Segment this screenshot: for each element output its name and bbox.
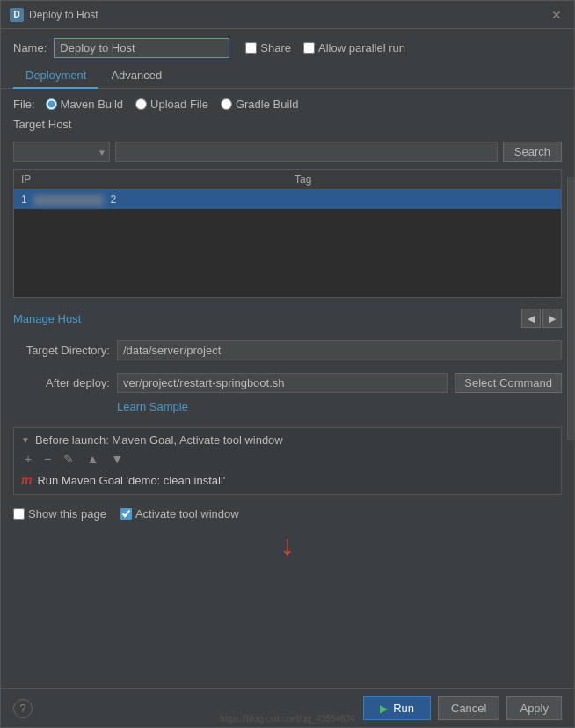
file-label: File: xyxy=(13,98,35,111)
host-input[interactable] xyxy=(115,142,498,162)
nav-left-button[interactable]: ◀ xyxy=(521,309,541,328)
bottom-left: ? xyxy=(13,699,33,718)
target-directory-input[interactable] xyxy=(117,340,562,360)
nav-right-button[interactable]: ▶ xyxy=(542,309,562,328)
cancel-button[interactable]: Cancel xyxy=(438,696,499,720)
after-deploy-row: After deploy: Select Command xyxy=(13,373,562,393)
select-command-button[interactable]: Select Command xyxy=(455,373,562,393)
upload-file-radio[interactable] xyxy=(135,98,147,110)
gradle-build-radio-label[interactable]: Gradle Build xyxy=(221,98,299,111)
maven-build-radio-label[interactable]: Maven Build xyxy=(46,98,124,111)
title-bar-left: D Deploy to Host xyxy=(10,8,98,22)
upload-file-label: Upload File xyxy=(150,98,208,111)
apply-button[interactable]: Apply xyxy=(506,696,562,720)
run-button[interactable]: ▶ Run xyxy=(363,696,431,720)
share-label: Share xyxy=(260,41,291,55)
activate-window-label: Activate tool window xyxy=(135,507,239,521)
host-table-header: IP Tag xyxy=(14,170,561,190)
tab-deployment[interactable]: Deployment xyxy=(13,63,98,89)
before-launch-toolbar: + − ✎ ▲ ▼ xyxy=(21,450,554,468)
maven-build-radio[interactable] xyxy=(46,98,57,110)
checkbox-group: Share Allow parallel run xyxy=(245,41,405,55)
show-page-checkbox-label[interactable]: Show this page xyxy=(13,507,106,521)
title-bar: D Deploy to Host ✕ xyxy=(1,1,574,29)
deploy-icon: D xyxy=(10,8,24,22)
host-dropdown[interactable] xyxy=(13,142,110,162)
maven-build-label: Maven Build xyxy=(61,98,124,111)
watermark: https://blog.csdn.net/qq_43554604 xyxy=(220,714,354,724)
move-down-button[interactable]: ▼ xyxy=(107,450,127,468)
triangle-icon: ▼ xyxy=(21,435,30,445)
table-spacer xyxy=(14,209,561,297)
ip-blur xyxy=(33,195,104,206)
arrow-annotation: ↓ xyxy=(13,531,562,559)
gradle-build-radio[interactable] xyxy=(221,98,232,110)
allow-parallel-checkbox[interactable] xyxy=(303,42,315,54)
remove-button[interactable]: − xyxy=(40,450,55,468)
activate-window-checkbox-label[interactable]: Activate tool window xyxy=(120,507,239,521)
window-title: Deploy to Host xyxy=(29,9,98,21)
share-checkbox-label[interactable]: Share xyxy=(245,41,291,55)
name-input[interactable] xyxy=(54,38,229,58)
search-button[interactable]: Search xyxy=(503,142,562,162)
move-up-button[interactable]: ▲ xyxy=(83,450,102,468)
nav-arrows: ◀ ▶ xyxy=(521,309,562,328)
dialog-window: D Deploy to Host ✕ Name: Share Allow par… xyxy=(0,0,575,728)
before-launch-section: ▼ Before launch: Maven Goal, Activate to… xyxy=(13,427,562,495)
close-button[interactable]: ✕ xyxy=(548,6,565,24)
upload-file-radio-label[interactable]: Upload File xyxy=(135,98,208,111)
allow-parallel-label: Allow parallel run xyxy=(318,41,405,55)
target-directory-label: Target Directory: xyxy=(13,344,110,357)
bottom-right: ▶ Run Cancel Apply xyxy=(363,696,562,720)
tab-advanced[interactable]: Advanced xyxy=(98,63,174,89)
target-directory-row: Target Directory: xyxy=(13,340,562,360)
show-page-checkbox[interactable] xyxy=(13,508,25,520)
before-launch-title: Before launch: Maven Goal, Activate tool… xyxy=(35,433,283,447)
show-page-label: Show this page xyxy=(28,507,106,521)
target-host-row: ▼ Search xyxy=(13,142,562,162)
name-row: Name: Share Allow parallel run xyxy=(1,29,574,63)
name-label: Name: xyxy=(13,41,47,55)
tag-cell xyxy=(288,196,561,203)
edit-button[interactable]: ✎ xyxy=(60,450,77,468)
ip-cell: 1 2 xyxy=(14,190,288,209)
maven-row: m Run Maven Goal 'demo: clean install' xyxy=(21,471,554,489)
main-content: File: Maven Build Upload File Gradle Bui… xyxy=(1,89,574,688)
bottom-checkboxes: Show this page Activate tool window xyxy=(13,507,562,521)
host-table: IP Tag 1 2 xyxy=(13,169,562,298)
after-deploy-input[interactable] xyxy=(117,373,448,393)
after-deploy-label: After deploy: xyxy=(13,376,110,389)
add-button[interactable]: + xyxy=(21,450,35,468)
red-arrow-icon: ↓ xyxy=(280,531,295,559)
tag-column-header: Tag xyxy=(288,170,561,189)
before-launch-header[interactable]: ▼ Before launch: Maven Goal, Activate to… xyxy=(21,433,554,447)
learn-sample-link[interactable]: Learn Sample xyxy=(117,400,562,413)
maven-icon: m xyxy=(21,473,32,487)
side-indicator xyxy=(567,177,574,440)
radio-group: Maven Build Upload File Gradle Build xyxy=(46,98,299,111)
maven-goal-label: Run Maven Goal 'demo: clean install' xyxy=(37,474,225,487)
target-host-label: Target Host xyxy=(13,118,562,131)
allow-parallel-checkbox-label[interactable]: Allow parallel run xyxy=(303,41,405,55)
run-play-icon: ▶ xyxy=(380,703,388,715)
run-label: Run xyxy=(393,702,414,715)
ip-column-header: IP xyxy=(14,170,288,189)
file-row: File: Maven Build Upload File Gradle Bui… xyxy=(13,98,562,111)
tabs: Deployment Advanced xyxy=(1,63,574,89)
help-button[interactable]: ? xyxy=(13,699,33,718)
share-checkbox[interactable] xyxy=(245,42,257,54)
manage-host-row: Manage Host ◀ ▶ xyxy=(13,309,562,328)
gradle-build-label: Gradle Build xyxy=(236,98,299,111)
manage-host-link[interactable]: Manage Host xyxy=(13,312,81,325)
table-row[interactable]: 1 2 xyxy=(14,190,561,209)
dropdown-wrapper: ▼ xyxy=(13,142,110,162)
activate-window-checkbox[interactable] xyxy=(120,508,132,520)
